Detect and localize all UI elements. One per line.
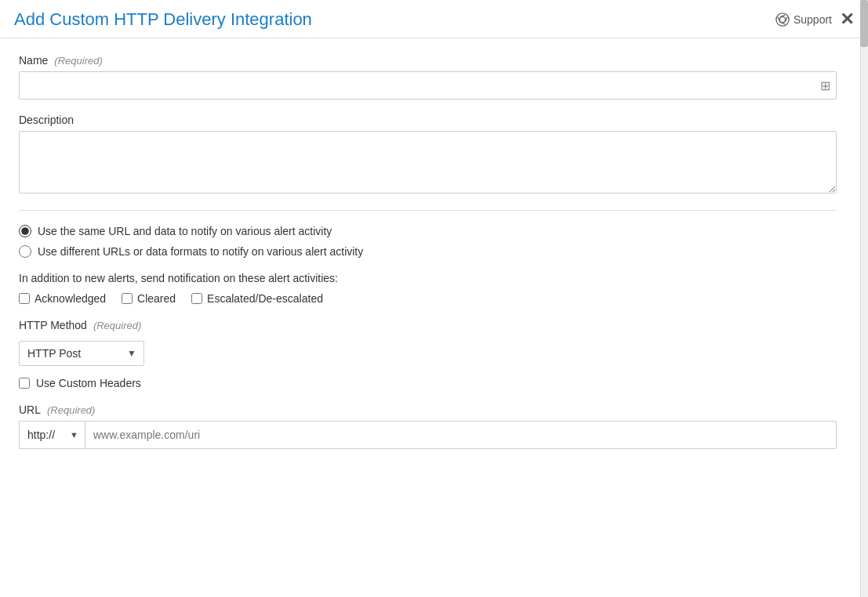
checkbox-cleared-input[interactable] [122,293,133,304]
url-text-input[interactable] [85,421,837,449]
name-input[interactable] [19,71,837,100]
radio-group: Use the same URL and data to notify on v… [19,225,837,258]
checkbox-escalated[interactable]: Escalated/De-escalated [191,292,323,305]
checkbox-cleared[interactable]: Cleared [122,292,176,305]
svg-point-0 [776,13,789,26]
content-area: Name (Required) ⊞ Description Use the sa… [0,38,860,472]
checkbox-escalated-label: Escalated/De-escalated [207,292,323,305]
name-required: (Required) [54,55,102,67]
checkbox-group: Acknowledged Cleared Escalated/De-escala… [19,292,837,305]
page-title: Add Custom HTTP Delivery Integration [14,9,312,30]
url-input-row: http:// https:// ▼ [19,421,837,449]
url-required: (Required) [47,404,95,416]
name-label: Name [19,54,48,67]
radio-same-url-input[interactable] [19,225,31,237]
http-method-select-wrapper: HTTP Post HTTP Get HTTP Put ▼ [19,341,144,366]
radio-diff-url-input[interactable] [19,245,31,258]
close-button[interactable]: ✕ [840,11,854,28]
checkbox-acknowledged[interactable]: Acknowledged [19,292,106,305]
custom-headers-checkbox[interactable] [19,378,30,389]
support-label: Support [794,13,832,26]
name-group: Name (Required) ⊞ [19,54,837,100]
url-protocol-select[interactable]: http:// https:// [19,421,85,449]
description-label: Description [19,114,74,126]
divider-1 [19,210,837,211]
support-link[interactable]: Support [775,13,832,27]
support-icon [775,13,790,27]
checkbox-acknowledged-label: Acknowledged [35,292,106,305]
radio-same-url-label: Use the same URL and data to notify on v… [38,225,332,237]
url-group: URL (Required) http:// https:// ▼ [19,403,837,449]
name-label-row: Name (Required) [19,54,837,67]
scrollbar-thumb[interactable] [860,0,868,47]
scrollbar-track[interactable] [860,0,868,597]
radio-diff-url[interactable]: Use different URLs or data formats to no… [19,245,837,258]
http-method-label: HTTP Method [19,319,87,331]
page-container: Add Custom HTTP Delivery Integration Sup… [0,0,868,597]
name-input-wrapper: ⊞ [19,71,837,100]
activities-group: In addition to new alerts, send notifica… [19,272,837,305]
description-group: Description [19,114,837,196]
url-label: URL [19,403,41,416]
svg-point-1 [779,16,785,22]
checkbox-acknowledged-input[interactable] [19,293,30,304]
checkbox-escalated-input[interactable] [191,293,202,304]
url-label-row: URL (Required) [19,403,837,416]
activities-label: In addition to new alerts, send notifica… [19,272,837,284]
custom-headers-label: Use Custom Headers [36,377,141,389]
custom-headers-option[interactable]: Use Custom Headers [19,377,837,389]
header-right: Support ✕ [775,11,854,28]
http-method-required: (Required) [93,320,141,331]
description-label-row: Description [19,114,837,126]
http-method-label-row: HTTP Method (Required) [19,319,837,331]
url-protocol-select-wrapper: http:// https:// ▼ [19,421,85,449]
radio-same-url[interactable]: Use the same URL and data to notify on v… [19,225,837,237]
input-copy-icon: ⊞ [820,78,830,93]
http-method-group: HTTP Method (Required) HTTP Post HTTP Ge… [19,319,837,366]
checkbox-cleared-label: Cleared [137,292,176,305]
radio-diff-url-label: Use different URLs or data formats to no… [38,245,363,258]
header-bar: Add Custom HTTP Delivery Integration Sup… [0,0,868,38]
http-method-select[interactable]: HTTP Post HTTP Get HTTP Put [19,341,144,366]
description-textarea[interactable] [19,131,837,194]
